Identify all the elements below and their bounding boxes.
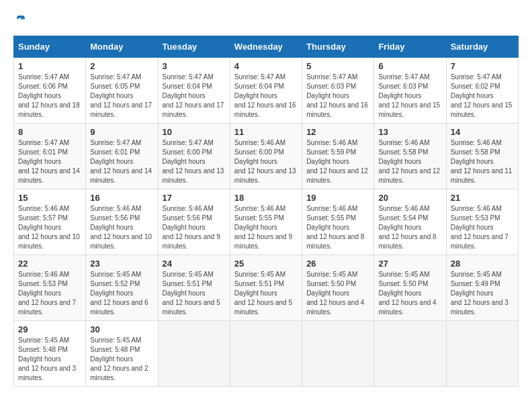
- day-number: 14: [451, 127, 514, 137]
- logo-bird-icon: [15, 13, 27, 26]
- calendar-cell: 11 Sunrise: 5:46 AMSunset: 6:00 PMDaylig…: [230, 124, 302, 189]
- calendar-cell: 2 Sunrise: 5:47 AMSunset: 6:05 PMDayligh…: [86, 58, 158, 124]
- day-number: 18: [234, 193, 298, 203]
- calendar-cell: [446, 321, 518, 387]
- calendar-week-1: 1 Sunrise: 5:47 AMSunset: 6:06 PMDayligh…: [14, 58, 519, 124]
- calendar-cell: 25 Sunrise: 5:45 AMSunset: 5:51 PMDaylig…: [230, 255, 302, 321]
- day-detail: Sunrise: 5:47 AMSunset: 6:01 PMDaylight …: [18, 138, 81, 185]
- calendar-cell: 3 Sunrise: 5:47 AMSunset: 6:04 PMDayligh…: [158, 58, 230, 124]
- calendar-cell: 18 Sunrise: 5:46 AMSunset: 5:55 PMDaylig…: [230, 189, 302, 255]
- calendar-cell: 4 Sunrise: 5:47 AMSunset: 6:04 PMDayligh…: [230, 58, 302, 124]
- calendar-cell: 13 Sunrise: 5:46 AMSunset: 5:58 PMDaylig…: [374, 124, 446, 189]
- day-number: 25: [234, 259, 298, 269]
- day-detail: Sunrise: 5:46 AMSunset: 6:00 PMDaylight …: [234, 138, 298, 185]
- col-header-monday: Monday: [86, 36, 158, 58]
- calendar-header: SundayMondayTuesdayWednesdayThursdayFrid…: [14, 36, 519, 58]
- day-detail: Sunrise: 5:46 AMSunset: 5:56 PMDaylight …: [163, 204, 226, 251]
- day-detail: Sunrise: 5:46 AMSunset: 5:55 PMDaylight …: [306, 204, 369, 251]
- calendar-cell: 29 Sunrise: 5:45 AMSunset: 5:48 PMDaylig…: [14, 321, 86, 387]
- calendar-table: SundayMondayTuesdayWednesdayThursdayFrid…: [13, 36, 519, 387]
- calendar-cell: 14 Sunrise: 5:46 AMSunset: 5:58 PMDaylig…: [446, 124, 518, 189]
- calendar-cell: 6 Sunrise: 5:47 AMSunset: 6:03 PMDayligh…: [374, 58, 446, 124]
- col-header-friday: Friday: [374, 36, 446, 58]
- day-detail: Sunrise: 5:46 AMSunset: 5:55 PMDaylight …: [234, 204, 298, 251]
- day-number: 24: [163, 259, 226, 269]
- day-number: 11: [234, 127, 298, 137]
- calendar-cell: 19 Sunrise: 5:46 AMSunset: 5:55 PMDaylig…: [302, 189, 374, 255]
- day-number: 7: [451, 61, 514, 71]
- day-number: 5: [306, 61, 369, 71]
- calendar-cell: 30 Sunrise: 5:45 AMSunset: 5:48 PMDaylig…: [86, 321, 158, 387]
- day-detail: Sunrise: 5:46 AMSunset: 5:57 PMDaylight …: [18, 204, 81, 251]
- col-header-wednesday: Wednesday: [230, 36, 302, 58]
- day-number: 28: [451, 259, 514, 269]
- calendar-week-5: 29 Sunrise: 5:45 AMSunset: 5:48 PMDaylig…: [14, 321, 519, 387]
- day-detail: Sunrise: 5:46 AMSunset: 5:54 PMDaylight …: [378, 204, 441, 251]
- col-header-thursday: Thursday: [302, 36, 374, 58]
- calendar-cell: [230, 321, 302, 387]
- day-detail: Sunrise: 5:45 AMSunset: 5:48 PMDaylight …: [18, 336, 81, 383]
- day-number: 4: [234, 61, 298, 71]
- day-detail: Sunrise: 5:47 AMSunset: 6:02 PMDaylight …: [451, 73, 514, 120]
- calendar-cell: 17 Sunrise: 5:46 AMSunset: 5:56 PMDaylig…: [158, 189, 230, 255]
- day-number: 15: [18, 193, 81, 203]
- calendar-cell: 20 Sunrise: 5:46 AMSunset: 5:54 PMDaylig…: [374, 189, 446, 255]
- day-detail: Sunrise: 5:47 AMSunset: 6:04 PMDaylight …: [234, 73, 298, 120]
- day-detail: Sunrise: 5:47 AMSunset: 6:00 PMDaylight …: [163, 138, 226, 185]
- calendar-cell: 22 Sunrise: 5:46 AMSunset: 5:53 PMDaylig…: [14, 255, 86, 321]
- calendar-cell: 12 Sunrise: 5:46 AMSunset: 5:59 PMDaylig…: [302, 124, 374, 189]
- calendar-week-2: 8 Sunrise: 5:47 AMSunset: 6:01 PMDayligh…: [14, 124, 519, 189]
- calendar-cell: 7 Sunrise: 5:47 AMSunset: 6:02 PMDayligh…: [446, 58, 518, 124]
- calendar-cell: 16 Sunrise: 5:46 AMSunset: 5:56 PMDaylig…: [86, 189, 158, 255]
- day-detail: Sunrise: 5:46 AMSunset: 5:53 PMDaylight …: [18, 270, 81, 317]
- day-detail: Sunrise: 5:47 AMSunset: 6:06 PMDaylight …: [18, 73, 81, 120]
- calendar-cell: [374, 321, 446, 387]
- calendar-body: 1 Sunrise: 5:47 AMSunset: 6:06 PMDayligh…: [14, 58, 519, 387]
- day-detail: Sunrise: 5:45 AMSunset: 5:49 PMDaylight …: [451, 270, 514, 317]
- calendar-cell: 5 Sunrise: 5:47 AMSunset: 6:03 PMDayligh…: [302, 58, 374, 124]
- day-detail: Sunrise: 5:45 AMSunset: 5:52 PMDaylight …: [90, 270, 153, 317]
- day-number: 30: [90, 324, 153, 334]
- calendar-cell: 23 Sunrise: 5:45 AMSunset: 5:52 PMDaylig…: [86, 255, 158, 321]
- day-detail: Sunrise: 5:46 AMSunset: 5:58 PMDaylight …: [378, 138, 441, 185]
- day-number: 8: [18, 127, 81, 137]
- day-number: 29: [18, 324, 81, 334]
- calendar-week-4: 22 Sunrise: 5:46 AMSunset: 5:53 PMDaylig…: [14, 255, 519, 321]
- day-detail: Sunrise: 5:46 AMSunset: 5:58 PMDaylight …: [451, 138, 514, 185]
- col-header-tuesday: Tuesday: [158, 36, 230, 58]
- calendar-cell: 15 Sunrise: 5:46 AMSunset: 5:57 PMDaylig…: [14, 189, 86, 255]
- day-detail: Sunrise: 5:47 AMSunset: 6:04 PMDaylight …: [163, 73, 226, 120]
- day-detail: Sunrise: 5:45 AMSunset: 5:51 PMDaylight …: [163, 270, 226, 317]
- day-number: 22: [18, 259, 81, 269]
- day-detail: Sunrise: 5:47 AMSunset: 6:03 PMDaylight …: [306, 73, 369, 120]
- col-header-sunday: Sunday: [14, 36, 86, 58]
- day-number: 9: [90, 127, 153, 137]
- day-number: 21: [451, 193, 514, 203]
- day-number: 20: [378, 193, 441, 203]
- day-number: 23: [90, 259, 153, 269]
- day-detail: Sunrise: 5:47 AMSunset: 6:01 PMDaylight …: [90, 138, 153, 185]
- day-detail: Sunrise: 5:45 AMSunset: 5:51 PMDaylight …: [234, 270, 298, 317]
- logo: [13, 13, 27, 26]
- day-detail: Sunrise: 5:46 AMSunset: 5:53 PMDaylight …: [451, 204, 514, 251]
- calendar-week-3: 15 Sunrise: 5:46 AMSunset: 5:57 PMDaylig…: [14, 189, 519, 255]
- calendar-cell: 10 Sunrise: 5:47 AMSunset: 6:00 PMDaylig…: [158, 124, 230, 189]
- header-row: SundayMondayTuesdayWednesdayThursdayFrid…: [14, 36, 519, 58]
- day-detail: Sunrise: 5:47 AMSunset: 6:05 PMDaylight …: [90, 73, 153, 120]
- calendar-cell: 8 Sunrise: 5:47 AMSunset: 6:01 PMDayligh…: [14, 124, 86, 189]
- day-number: 17: [163, 193, 226, 203]
- calendar-cell: 21 Sunrise: 5:46 AMSunset: 5:53 PMDaylig…: [446, 189, 518, 255]
- day-detail: Sunrise: 5:46 AMSunset: 5:56 PMDaylight …: [90, 204, 153, 251]
- day-number: 2: [90, 61, 153, 71]
- day-number: 13: [378, 127, 441, 137]
- day-number: 1: [18, 61, 81, 71]
- page-header: [13, 13, 519, 26]
- day-number: 16: [90, 193, 153, 203]
- calendar-cell: [302, 321, 374, 387]
- day-detail: Sunrise: 5:45 AMSunset: 5:50 PMDaylight …: [378, 270, 441, 317]
- day-detail: Sunrise: 5:47 AMSunset: 6:03 PMDaylight …: [378, 73, 441, 120]
- calendar-cell: 26 Sunrise: 5:45 AMSunset: 5:50 PMDaylig…: [302, 255, 374, 321]
- calendar-cell: 24 Sunrise: 5:45 AMSunset: 5:51 PMDaylig…: [158, 255, 230, 321]
- day-number: 26: [306, 259, 369, 269]
- day-number: 3: [163, 61, 226, 71]
